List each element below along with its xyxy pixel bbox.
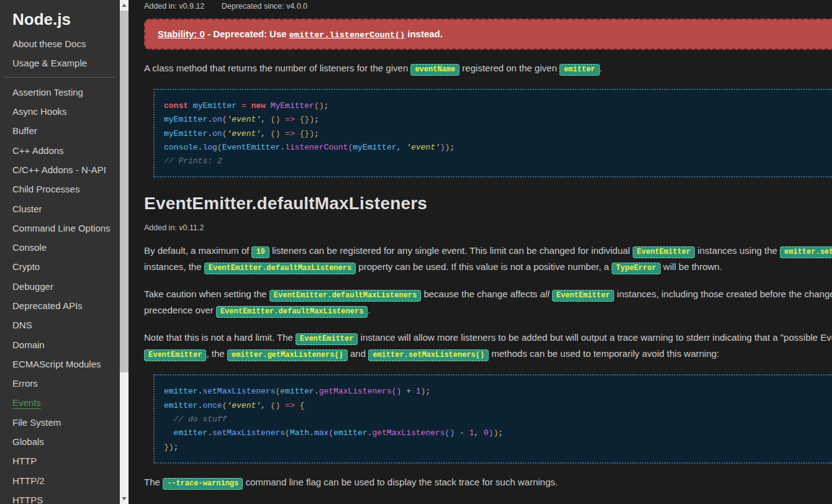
- code-token: -: [459, 428, 464, 438]
- code-token: 'event': [227, 401, 261, 410]
- code-line: const myEmitter = new MyEmitter();: [164, 99, 832, 113]
- sidebar-item-cluster[interactable]: Cluster: [12, 199, 120, 218]
- paragraph-caution: Take caution when setting the EventEmitt…: [144, 287, 832, 319]
- code-token: {}: [300, 129, 310, 138]
- section-version-meta: Added in: v0.11.2: [144, 223, 832, 232]
- code-token: .: [280, 143, 285, 152]
- listener-count-link[interactable]: emitter.listenerCount(): [289, 30, 405, 40]
- code-token: =: [242, 101, 246, 110]
- code-token: (: [328, 428, 333, 438]
- inline-code: emitter.setMaxListeners(n): [780, 246, 832, 258]
- inline-code: EventEmitter: [552, 290, 614, 302]
- code-token: .: [314, 387, 319, 396]
- sidebar-item-c-addons[interactable]: C++ Addons: [12, 140, 120, 160]
- code-token: const: [164, 101, 188, 110]
- code-token: ,: [261, 401, 271, 410]
- code-token: ,: [261, 115, 271, 124]
- code-token: [411, 387, 416, 396]
- sidebar-item-file-system[interactable]: File System: [12, 413, 120, 432]
- sidebar: Node.js About these DocsUsage & Example …: [0, 0, 120, 504]
- sidebar-item-debugger[interactable]: Debugger: [12, 277, 120, 296]
- sidebar-link-usage-example[interactable]: Usage & Example: [12, 53, 120, 73]
- code-token: .: [207, 129, 212, 138]
- paragraph-not-hard-limit: Note that this is not a hard limit. The …: [144, 330, 832, 362]
- code-token: ;: [314, 129, 319, 138]
- sidebar-item-http[interactable]: HTTP: [12, 451, 120, 470]
- code-token: listenerCount: [285, 143, 348, 152]
- code-token: +: [406, 387, 411, 396]
- arrow-up-icon: [122, 4, 127, 7]
- code-line: });: [164, 441, 832, 454]
- code-token: ): [440, 143, 445, 152]
- sidebar-item-events[interactable]: Events: [12, 393, 120, 412]
- code-token: ,: [261, 129, 271, 138]
- inline-code: emitter.setMaxListeners(): [368, 349, 489, 361]
- sidebar-item-command-line-options[interactable]: Command Line Options: [12, 218, 120, 238]
- code-token: ;: [314, 115, 319, 124]
- code-token: getMaxListeners: [319, 387, 392, 396]
- code-token: // do stuff: [164, 415, 227, 424]
- inline-code: EventEmitter: [633, 246, 695, 258]
- banner-text: - Deprecated: Use: [205, 29, 289, 39]
- code-token: console: [164, 143, 198, 152]
- sidebar-item-https[interactable]: HTTPS: [12, 490, 120, 504]
- code-token: setMaxListeners: [202, 387, 275, 396]
- banner-text-after: instead.: [405, 29, 443, 39]
- sidebar-item-http-2[interactable]: HTTP/2: [12, 471, 120, 490]
- intro-paragraph: A class method that returns the number o…: [144, 61, 832, 77]
- sidebar-item-dns[interactable]: DNS: [12, 315, 120, 335]
- code-token: ;: [425, 387, 430, 396]
- code-token: emitter: [164, 387, 198, 396]
- code-token: (: [285, 428, 290, 438]
- sidebar-item-assertion-testing[interactable]: Assertion Testing: [12, 83, 120, 102]
- arrow-down-icon: [122, 497, 127, 500]
- inline-code: EventEmitter.defaultMaxListeners: [204, 263, 356, 274]
- code-token: .: [207, 428, 212, 438]
- code-token: [280, 401, 285, 410]
- code-token: ,: [397, 143, 407, 152]
- scrollbar-thumb[interactable]: [120, 11, 129, 372]
- code-token: ;: [174, 443, 179, 452]
- code-token: (): [445, 428, 455, 438]
- code-token: (): [271, 129, 281, 138]
- scrollbar-down-button[interactable]: [120, 493, 129, 504]
- sidebar-modules: Assertion TestingAsync HooksBufferC++ Ad…: [12, 83, 120, 504]
- sidebar-item-child-processes[interactable]: Child Processes: [12, 179, 120, 199]
- code-token: (): [271, 115, 281, 124]
- sidebar-item-domain[interactable]: Domain: [12, 335, 120, 354]
- inline-code: emitter: [559, 64, 599, 76]
- code-token: ): [309, 115, 314, 124]
- code-token: [295, 129, 300, 138]
- code-token: ;: [450, 143, 454, 152]
- code-line: // Prints: 2: [164, 155, 832, 168]
- sidebar-item-c-c-addons-n-api[interactable]: C/C++ Addons - N-API: [12, 160, 120, 179]
- sidebar-item-crypto[interactable]: Crypto: [12, 257, 120, 276]
- code-token: Math: [290, 428, 309, 438]
- scrollbar-up-button[interactable]: [120, 0, 129, 11]
- stability-link[interactable]: Stability: 0: [158, 29, 205, 39]
- deprecated-since-label: Deprecated since: v4.0.0: [222, 2, 307, 11]
- sidebar-scrollbar[interactable]: [120, 0, 129, 504]
- code-token: log: [202, 143, 217, 152]
- sidebar-item-buffer[interactable]: Buffer: [12, 121, 120, 140]
- inline-code: EventEmitter: [144, 349, 206, 361]
- code-block-set-max-listeners: emitter.setMaxListeners(emitter.getMaxLi…: [153, 374, 832, 463]
- sidebar-item-console[interactable]: Console: [12, 238, 120, 257]
- code-token: emitter: [333, 428, 368, 438]
- sidebar-item-deprecated-apis[interactable]: Deprecated APIs: [12, 296, 120, 315]
- added-in-label: Added in: v0.9.12: [144, 2, 204, 11]
- sidebar-item-ecmascript-modules[interactable]: ECMAScript Modules: [12, 354, 120, 374]
- sidebar-item-globals[interactable]: Globals: [12, 432, 120, 451]
- doc-content: Added in: v0.9.12 Deprecated since: v4.0…: [129, 0, 832, 504]
- sidebar-item-async-hooks[interactable]: Async Hooks: [12, 102, 120, 121]
- sidebar-link-about-these-docs[interactable]: About these Docs: [12, 34, 120, 53]
- app-title[interactable]: Node.js: [12, 10, 120, 29]
- inline-code: TypeError: [612, 263, 661, 274]
- code-line: emitter.once('event', () => {: [164, 399, 832, 413]
- code-line: myEmitter.on('event', () => {});: [164, 127, 832, 141]
- sidebar-item-errors[interactable]: Errors: [12, 374, 120, 393]
- code-token: }): [164, 443, 174, 452]
- code-token: ,: [474, 428, 484, 438]
- sidebar-top-links: About these DocsUsage & Example: [12, 34, 120, 73]
- emphasis-text: all: [540, 289, 549, 299]
